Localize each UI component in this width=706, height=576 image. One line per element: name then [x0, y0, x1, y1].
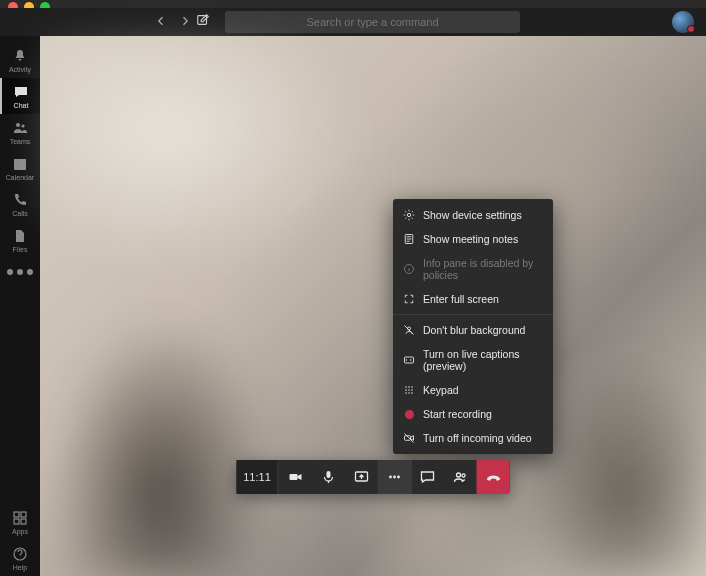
svg-point-19: [405, 386, 407, 388]
people-icon: [12, 120, 28, 136]
menu-start-recording[interactable]: Start recording: [393, 402, 553, 426]
info-icon: [403, 263, 415, 275]
menu-label: Enter full screen: [423, 293, 499, 305]
menu-show-meeting-notes[interactable]: Show meeting notes: [393, 227, 553, 251]
menu-label: Show meeting notes: [423, 233, 518, 245]
svg-point-2: [21, 124, 24, 127]
history-nav: [155, 13, 191, 31]
svg-rect-11: [14, 519, 19, 524]
rail-chat[interactable]: Chat: [0, 78, 40, 114]
menu-keypad[interactable]: Keypad: [393, 378, 553, 402]
chevron-left-icon: [155, 15, 167, 27]
svg-rect-30: [326, 471, 330, 478]
svg-point-23: [408, 389, 410, 391]
gear-icon: [403, 209, 415, 221]
hangup-icon: [485, 469, 501, 485]
rail-label: Help: [13, 564, 27, 571]
svg-point-21: [411, 386, 413, 388]
call-duration: 11:11: [237, 460, 279, 494]
svg-point-8: [27, 269, 33, 275]
app-rail: Activity Chat Teams Calendar Calls Files: [0, 36, 40, 576]
top-bar: [0, 8, 706, 36]
command-search-box[interactable]: [225, 11, 520, 33]
menu-enter-full-screen[interactable]: Enter full screen: [393, 287, 553, 311]
menu-label: Keypad: [423, 384, 459, 396]
svg-point-25: [405, 392, 407, 394]
video-icon: [287, 469, 303, 485]
menu-label: Start recording: [423, 408, 492, 420]
menu-show-device-settings[interactable]: Show device settings: [393, 203, 553, 227]
menu-separator: [393, 314, 553, 315]
svg-point-27: [411, 392, 413, 394]
new-chat-button[interactable]: [196, 13, 210, 31]
video-off-icon: [403, 432, 415, 444]
menu-label: Show device settings: [423, 209, 522, 221]
svg-rect-29: [289, 474, 297, 480]
blur-off-icon: [403, 324, 415, 336]
calendar-icon: [12, 156, 28, 172]
record-icon: [405, 410, 414, 419]
svg-point-26: [408, 392, 410, 394]
toggle-camera-button[interactable]: [279, 460, 312, 494]
compose-icon: [196, 13, 210, 27]
rail-more-button[interactable]: [0, 258, 40, 286]
apps-icon: [12, 510, 28, 526]
captions-icon: [403, 354, 415, 366]
rail-help[interactable]: Help: [0, 540, 40, 576]
presence-badge: [687, 25, 695, 33]
svg-point-32: [389, 476, 392, 479]
menu-info-pane-disabled: Info pane is disabled by policies: [393, 251, 553, 287]
share-screen-button[interactable]: [345, 460, 378, 494]
hang-up-button[interactable]: [477, 460, 510, 494]
notes-icon: [403, 233, 415, 245]
show-conversation-button[interactable]: [411, 460, 444, 494]
back-button[interactable]: [155, 13, 167, 31]
svg-point-34: [397, 476, 400, 479]
call-toolbar: 11:11: [237, 460, 510, 494]
app-window: Activity Chat Teams Calendar Calls Files: [0, 0, 706, 576]
rail-calendar[interactable]: Calendar: [0, 150, 40, 186]
more-actions-button[interactable]: [378, 460, 411, 494]
file-icon: [12, 228, 28, 244]
window-titlebar: [0, 0, 706, 8]
toggle-mic-button[interactable]: [312, 460, 345, 494]
mic-icon: [320, 469, 336, 485]
svg-point-20: [408, 386, 410, 388]
chat-bubble-icon: [420, 469, 436, 485]
rail-label: Calendar: [6, 174, 34, 181]
rail-label: Activity: [9, 66, 31, 73]
rail-apps[interactable]: Apps: [0, 504, 40, 540]
remote-video-blurred: [40, 36, 706, 576]
phone-icon: [12, 192, 28, 208]
rail-label: Calls: [12, 210, 28, 217]
fullscreen-icon: [403, 293, 415, 305]
rail-label: Teams: [10, 138, 31, 145]
help-icon: [12, 546, 28, 562]
rail-calls[interactable]: Calls: [0, 186, 40, 222]
keypad-icon: [403, 384, 415, 396]
menu-turn-off-incoming-video[interactable]: Turn off incoming video: [393, 426, 553, 450]
svg-rect-12: [21, 519, 26, 524]
more-actions-menu: Show device settings Show meeting notes …: [393, 199, 553, 454]
svg-point-33: [393, 476, 396, 479]
bell-icon: [12, 48, 28, 64]
svg-rect-10: [21, 512, 26, 517]
menu-label: Turn off incoming video: [423, 432, 532, 444]
rail-teams[interactable]: Teams: [0, 114, 40, 150]
menu-label: Info pane is disabled by policies: [423, 257, 543, 281]
chevron-right-icon: [179, 15, 191, 27]
forward-button[interactable]: [179, 13, 191, 31]
svg-point-36: [461, 474, 464, 477]
share-icon: [353, 469, 369, 485]
search-input[interactable]: [225, 16, 520, 28]
svg-rect-9: [14, 512, 19, 517]
menu-turn-on-live-captions[interactable]: Turn on live captions (preview): [393, 342, 553, 378]
menu-dont-blur-background[interactable]: Don't blur background: [393, 318, 553, 342]
svg-point-7: [17, 269, 23, 275]
svg-point-1: [16, 123, 20, 127]
svg-rect-5: [14, 159, 26, 162]
show-participants-button[interactable]: [444, 460, 477, 494]
rail-activity[interactable]: Activity: [0, 42, 40, 78]
svg-point-22: [405, 389, 407, 391]
video-call-stage: Show device settings Show meeting notes …: [40, 36, 706, 576]
